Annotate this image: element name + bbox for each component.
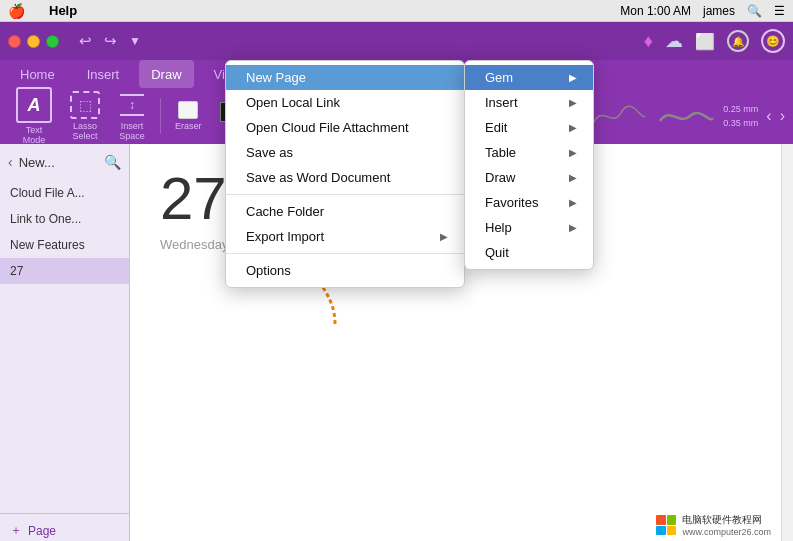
export-arrow-icon: ▶	[440, 231, 448, 242]
gem-favorites-label: Favorites	[485, 195, 538, 210]
gem-item-table[interactable]: Table ▶	[465, 140, 593, 165]
sidebar-item-cloud[interactable]: Cloud File A...	[0, 180, 129, 206]
scrollbar[interactable]	[781, 144, 793, 541]
sidebar-search-icon[interactable]: 🔍	[104, 154, 121, 170]
measurements: 0.25 mm 0.35 mm	[723, 104, 758, 128]
gem-help-arrow: ▶	[569, 222, 577, 233]
gem-item-help[interactable]: Help ▶	[465, 215, 593, 240]
title-bar-controls: ↩ ↪ ▼	[79, 32, 141, 50]
menu-item-open-local[interactable]: Open Local Link	[226, 90, 464, 115]
undo-icon[interactable]: ↩	[79, 32, 92, 50]
gem-table-arrow: ▶	[569, 147, 577, 158]
add-page-button[interactable]: ＋ Page	[0, 513, 129, 541]
gem-insert-label: Insert	[485, 95, 518, 110]
gem-help-label: Help	[485, 220, 512, 235]
tab-insert[interactable]: Insert	[75, 60, 132, 88]
sidebar-header: ‹ New... 🔍	[0, 144, 129, 180]
lasso-symbol: ⬚	[79, 97, 92, 113]
gem-insert-arrow: ▶	[569, 97, 577, 108]
open-cloud-label: Open Cloud File Attachment	[246, 120, 409, 135]
text-mode-icon: A	[16, 87, 52, 123]
gem-item-insert[interactable]: Insert ▶	[465, 90, 593, 115]
search-icon[interactable]: 🔍	[747, 4, 762, 18]
notification-icon[interactable]: 🔔	[727, 30, 749, 52]
menu-gem: Gem ▶ Insert ▶ Edit ▶ Table ▶ Draw ▶ Fav…	[464, 60, 594, 270]
menu-item-options[interactable]: Options	[226, 258, 464, 283]
eraser-label: Eraser	[175, 121, 202, 131]
text-a-icon: A	[28, 95, 41, 116]
text-mode-label: Text	[26, 125, 43, 135]
gem-draw-label: Draw	[485, 170, 515, 185]
menu-bar-right: Mon 1:00 AM james 🔍 ☰	[620, 4, 785, 18]
lasso-icon: ⬚	[70, 91, 100, 119]
win-quad-3	[656, 526, 666, 536]
customize-icon[interactable]: ▼	[129, 34, 141, 48]
gem-favorites-arrow: ▶	[569, 197, 577, 208]
lasso-label: Lasso	[73, 121, 97, 131]
win-quad-4	[667, 526, 677, 536]
menu-help-item[interactable]: Help	[49, 3, 77, 18]
eraser-icon	[178, 101, 198, 119]
apple-logo-icon[interactable]: 🍎	[8, 3, 25, 19]
drawing-samples: 0.25 mm 0.35 mm ‹ ›	[587, 96, 785, 136]
gem-edit-label: Edit	[485, 120, 507, 135]
curve-sample-1	[587, 96, 647, 136]
text-mode-tool[interactable]: A Text Mode	[8, 85, 60, 147]
open-local-label: Open Local Link	[246, 95, 340, 110]
insert-line-top	[120, 94, 144, 96]
watermark-text: 电脑软硬件教程网 www.computer26.com	[682, 513, 771, 537]
gem-item-favorites[interactable]: Favorites ▶	[465, 190, 593, 215]
menu-icon[interactable]: ☰	[774, 4, 785, 18]
menu-item-save-word[interactable]: Save as Word Document	[226, 165, 464, 190]
options-label: Options	[246, 263, 291, 278]
redo-icon[interactable]: ↪	[104, 32, 117, 50]
sidebar: ‹ New... 🔍 Cloud File A... Link to One..…	[0, 144, 130, 541]
toolbar-divider	[160, 98, 161, 134]
nav-right-icon[interactable]: ›	[780, 107, 785, 125]
gem-arrow-icon: ▶	[569, 72, 577, 83]
menu-item-cache[interactable]: Cache Folder	[226, 199, 464, 224]
win-quad-1	[656, 515, 666, 525]
gem-quit-label: Quit	[485, 245, 509, 260]
new-page-label: New Page	[246, 70, 306, 85]
menu-divider-2	[226, 253, 464, 254]
user-avatar[interactable]: 😊	[761, 29, 785, 53]
close-button[interactable]	[8, 35, 21, 48]
menu-item-new-page[interactable]: New Page	[226, 65, 464, 90]
menu-item-export[interactable]: Export Import ▶	[226, 224, 464, 249]
tab-draw[interactable]: Draw	[139, 60, 193, 88]
maximize-button[interactable]	[46, 35, 59, 48]
nav-left-icon[interactable]: ‹	[766, 107, 771, 125]
save-as-label: Save as	[246, 145, 293, 160]
insert-space-label2: Space	[119, 131, 145, 141]
minimize-button[interactable]	[27, 35, 40, 48]
measurement-2: 0.35 mm	[723, 118, 758, 128]
gem-item-quit[interactable]: Quit	[465, 240, 593, 265]
win-quad-2	[667, 515, 677, 525]
menu-item-save-as[interactable]: Save as	[226, 140, 464, 165]
lasso-label2: Select	[72, 131, 97, 141]
save-word-label: Save as Word Document	[246, 170, 390, 185]
screen-mirror-icon[interactable]: ⬜	[695, 32, 715, 51]
system-menu-bar: 🍎 Help Mon 1:00 AM james 🔍 ☰	[0, 0, 793, 22]
title-bar-right: ♦ ☁ ⬜ 🔔 😊	[644, 29, 785, 53]
cache-label: Cache Folder	[246, 204, 324, 219]
sidebar-item-link[interactable]: Link to One...	[0, 206, 129, 232]
gem-header: Gem ▶	[465, 65, 593, 90]
cloud-sync-icon[interactable]: ☁	[665, 30, 683, 52]
gem-item-draw[interactable]: Draw ▶	[465, 165, 593, 190]
gem-logo-icon: ♦	[644, 31, 653, 52]
tab-home[interactable]: Home	[8, 60, 67, 88]
eraser-tool[interactable]: Eraser	[167, 99, 210, 133]
menu-bar-left: 🍎 Help	[8, 3, 77, 19]
lasso-select-tool[interactable]: ⬚ Lasso Select	[62, 89, 108, 143]
sidebar-item-27[interactable]: 27	[0, 258, 129, 284]
insert-space-tool[interactable]: ↕ Insert Space	[110, 89, 154, 143]
gem-item-edit[interactable]: Edit ▶	[465, 115, 593, 140]
sidebar-item-new-features[interactable]: New Features	[0, 232, 129, 258]
menu-item-open-cloud[interactable]: Open Cloud File Attachment	[226, 115, 464, 140]
gem-edit-arrow: ▶	[569, 122, 577, 133]
gem-title: Gem	[485, 70, 513, 85]
menu-divider-1	[226, 194, 464, 195]
sidebar-collapse-icon[interactable]: ‹	[8, 154, 13, 170]
